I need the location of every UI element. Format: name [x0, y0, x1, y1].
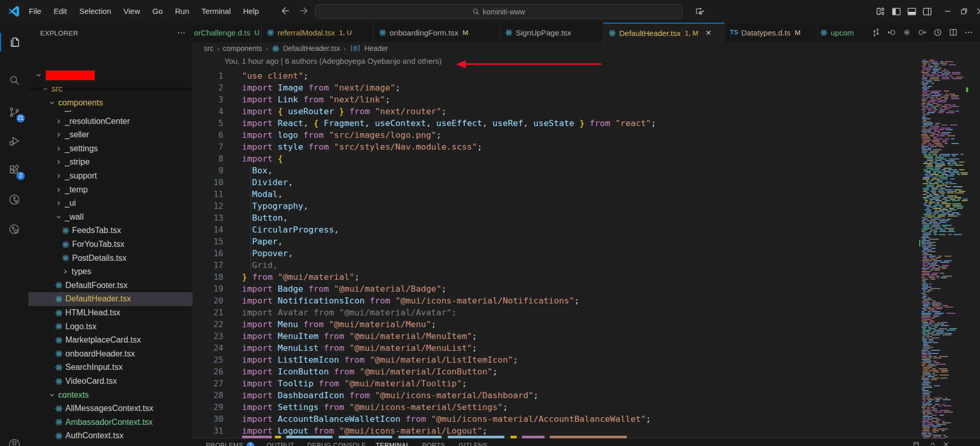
- search-icon[interactable]: [0, 68, 28, 93]
- folder-root[interactable]: [28, 68, 193, 82]
- breadcrumb-item-defaultheader-tsx[interactable]: DefaultHeader.tsx: [283, 44, 340, 52]
- file-onboardHeader.tsx[interactable]: onboardHeader.tsx: [28, 347, 193, 361]
- breadcrumb-item-components[interactable]: components: [223, 44, 262, 52]
- code-text: CircularProgress,: [242, 224, 339, 236]
- tab-datatypes-d-ts[interactable]: TSDatatypes.d.tsM: [725, 23, 818, 42]
- tab-signuppage-tsx[interactable]: SignUpPage.tsx: [500, 23, 603, 42]
- toggle-sidebar-icon[interactable]: [890, 6, 902, 17]
- panel-tab-output[interactable]: OUTPUT: [267, 442, 294, 446]
- chevron-right-icon: [61, 267, 69, 276]
- code-text: Typography,: [242, 200, 308, 212]
- react-file-icon: [61, 241, 70, 248]
- menu-run[interactable]: Run: [169, 0, 196, 23]
- menu-selection[interactable]: Selection: [73, 0, 117, 23]
- file-HTMLHead.tsx[interactable]: HTMLHead.tsx: [28, 306, 193, 320]
- file-history-icon[interactable]: [934, 28, 942, 37]
- current-change-icon[interactable]: [903, 28, 911, 37]
- file-DefaultHeader.tsx[interactable]: DefaultHeader.tsx1, M: [28, 292, 193, 306]
- breadcrumb-item-header[interactable]: Header: [364, 44, 388, 52]
- tab-referralmodal-tsx[interactable]: referralModal.tsx1, U: [261, 23, 374, 42]
- file-AuthContext.tsx[interactable]: AuthContext.tsx: [28, 429, 193, 443]
- panel-close-icon[interactable]: [943, 441, 949, 446]
- react-file-icon: [55, 432, 63, 440]
- command-center[interactable]: kominiti-www: [315, 4, 682, 19]
- folder-_ui[interactable]: _ui: [28, 197, 193, 210]
- folder-_settings[interactable]: _settings: [28, 141, 193, 155]
- tab-orchallenge-d-ts[interactable]: orChallenge.d.tsU: [192, 23, 261, 42]
- folder-_temp[interactable]: _temp: [28, 183, 193, 197]
- run-and-debug-icon[interactable]: [0, 129, 28, 153]
- toggle-panel-icon[interactable]: [906, 6, 917, 17]
- panel-tab-debug-console[interactable]: DEBUG CONSOLE: [307, 442, 366, 446]
- restore-icon[interactable]: [958, 6, 970, 17]
- folder-_seller[interactable]: _seller: [28, 128, 193, 142]
- remote-window-icon[interactable]: [694, 6, 705, 17]
- menu-view[interactable]: View: [117, 0, 146, 23]
- folder-contexts[interactable]: contexts: [28, 388, 193, 402]
- tab-close-icon[interactable]: ✕: [706, 29, 712, 37]
- file-AmbassadorContext.tsx[interactable]: AmbassadorContext.tsxU: [28, 415, 193, 429]
- file-Logo.tsx[interactable]: Logo.tsx: [28, 319, 193, 333]
- folder-components[interactable]: components: [28, 96, 193, 110]
- file-FeedsTab.tsx[interactable]: FeedsTab.tsxM: [28, 224, 193, 238]
- panel-tab-problems[interactable]: PROBLEMS2: [206, 442, 254, 446]
- vscode-window: FileEditSelectionViewGoRunTerminalHelp k…: [0, 0, 980, 446]
- more-actions-icon[interactable]: [965, 28, 973, 37]
- menu-file[interactable]: File: [23, 0, 47, 23]
- gitlens-icon[interactable]: [0, 187, 28, 212]
- folder-_wall[interactable]: _wall: [28, 210, 193, 224]
- code-line-25: 25import ListItemIcon from "@mui/materia…: [192, 354, 919, 366]
- next-change-icon[interactable]: [918, 28, 926, 37]
- react-file-icon: [272, 45, 279, 52]
- tab-label: Datatypes.d.ts: [741, 28, 791, 37]
- previous-change-icon[interactable]: [887, 28, 896, 37]
- file-ForYouTab.tsx[interactable]: ForYouTab.tsx: [28, 238, 193, 252]
- file-AllMessagesContext.tsx[interactable]: AllMessagesContext.tsx: [28, 402, 193, 416]
- customize-layout-icon[interactable]: [875, 6, 886, 17]
- panel-tab-gitlens[interactable]: GITLENS: [459, 442, 487, 446]
- accounts-icon[interactable]: [0, 432, 28, 446]
- panel-tab-ports[interactable]: PORTS: [422, 442, 445, 446]
- compare-changes-icon[interactable]: [872, 28, 880, 37]
- nav-back-icon[interactable]: [279, 5, 292, 17]
- file-SearchInput.tsx[interactable]: SearchInput.tsx: [28, 361, 193, 374]
- file-VideoCard.tsx[interactable]: VideoCard.tsx: [28, 374, 193, 388]
- close-icon[interactable]: [974, 6, 980, 17]
- menu-help[interactable]: Help: [237, 0, 265, 23]
- file-DefaultFooter.tsx[interactable]: DefaultFooter.tsx: [28, 278, 193, 292]
- menu-edit[interactable]: Edit: [47, 0, 73, 23]
- folder-_support[interactable]: _support: [28, 169, 193, 183]
- explorer-icon[interactable]: [0, 30, 28, 55]
- folder-_resolutionCenter[interactable]: _resolutionCenter: [28, 114, 193, 128]
- panel-views-icon[interactable]: [913, 441, 919, 446]
- folder-types[interactable]: types: [28, 265, 193, 279]
- file-PostDetails.tsx[interactable]: PostDetails.tsx: [28, 251, 193, 265]
- source-control-icon[interactable]: 21: [0, 100, 28, 124]
- code-text: Grid,: [242, 259, 278, 271]
- panel-tab-terminal[interactable]: TERMINAL: [376, 442, 410, 446]
- split-editor-icon[interactable]: [949, 28, 957, 37]
- code-editor[interactable]: You, 1 hour ago | 6 authors (Adegboyega …: [192, 55, 919, 438]
- views-more-actions-icon[interactable]: ⋯: [177, 28, 185, 38]
- tab-upcom[interactable]: upcom: [818, 23, 876, 42]
- menu-terminal[interactable]: Terminal: [196, 0, 237, 23]
- title-bar: FileEditSelectionViewGoRunTerminalHelp k…: [0, 0, 980, 23]
- code-text: import AccountBalanceWalletIcon from "@m…: [242, 413, 651, 425]
- nav-forward-icon[interactable]: [299, 5, 311, 17]
- line-number: 20: [192, 295, 223, 307]
- extensions-icon[interactable]: 2: [0, 157, 28, 182]
- tab-defaultheader-tsx[interactable]: DefaultHeader.tsx1, M✕: [603, 23, 725, 42]
- minimap[interactable]: [919, 55, 968, 444]
- folder-_stripe[interactable]: _stripe: [28, 155, 193, 169]
- toggle-secondary-sidebar-icon[interactable]: [921, 6, 933, 17]
- breadcrumb-item-src[interactable]: src: [204, 44, 214, 52]
- gitlens-inspect-icon[interactable]: [0, 217, 28, 242]
- file-ChatModalContext.tsx[interactable]: ChatModalContext.tsx: [28, 443, 193, 446]
- tab-onboardingform-tsx[interactable]: onboardingForm.tsxM: [374, 23, 500, 42]
- tree-item-label: _stripe: [65, 157, 90, 167]
- panel-maximize-icon[interactable]: [930, 441, 936, 446]
- minimize-icon[interactable]: [942, 6, 953, 17]
- file-MarketplaceCard.tsx[interactable]: MarketplaceCard.tsx: [28, 333, 193, 347]
- tab-git-badge: 1, M: [685, 29, 698, 37]
- menu-go[interactable]: Go: [146, 0, 169, 23]
